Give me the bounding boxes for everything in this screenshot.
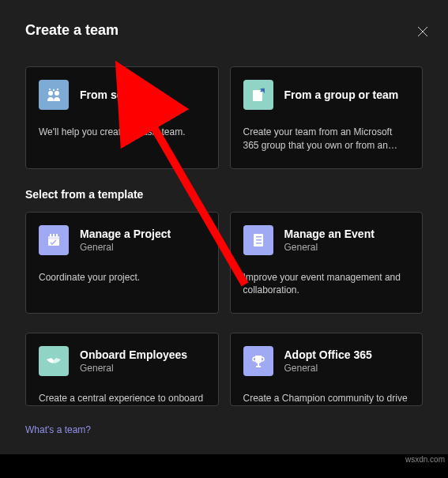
template-manage-event[interactable]: Manage an Event General Improve your eve… xyxy=(230,212,424,314)
card-subtitle: General xyxy=(80,242,171,253)
svg-rect-12 xyxy=(56,234,58,237)
calendar-icon xyxy=(39,225,69,255)
checklist-icon xyxy=(243,225,273,255)
card-title: From a group or team xyxy=(284,88,399,101)
watermark: wsxdn.com xyxy=(405,455,445,464)
svg-rect-14 xyxy=(256,236,262,238)
card-header: From scratch xyxy=(39,80,205,110)
templates-row-1: Manage a Project General Coordinate your… xyxy=(0,212,448,333)
svg-point-4 xyxy=(53,89,55,91)
card-description: Create a central experience to onboard xyxy=(39,392,205,405)
svg-rect-10 xyxy=(50,234,51,237)
people-icon xyxy=(39,80,69,110)
card-title-block: From scratch xyxy=(80,88,150,101)
svg-point-6 xyxy=(57,88,58,90)
svg-rect-17 xyxy=(258,363,259,366)
whats-a-team-link[interactable]: What's a team? xyxy=(25,424,91,435)
svg-rect-16 xyxy=(256,243,262,244)
card-title-block: Adopt Office 365 General xyxy=(284,348,372,374)
card-title: From scratch xyxy=(80,88,150,101)
dialog-title: Create a team xyxy=(25,22,119,39)
card-header: Manage an Event General xyxy=(243,225,410,255)
template-manage-project[interactable]: Manage a Project General Coordinate your… xyxy=(25,212,219,314)
create-team-dialog: Create a team From scratch We'll help yo… xyxy=(0,0,448,454)
card-subtitle: General xyxy=(284,242,375,253)
dialog-header: Create a team xyxy=(0,0,448,66)
card-description: Improve your event management and collab… xyxy=(243,271,410,298)
card-subtitle: General xyxy=(80,363,187,374)
card-title-block: From a group or team xyxy=(284,88,399,101)
card-title: Manage a Project xyxy=(80,228,171,240)
primary-options-row: From scratch We'll help you create a bas… xyxy=(0,66,448,188)
svg-point-3 xyxy=(55,91,59,96)
card-title: Adopt Office 365 xyxy=(284,348,372,361)
card-header: Onboard Employees General xyxy=(39,346,205,376)
close-button[interactable] xyxy=(413,22,432,41)
templates-row-2: Onboard Employees General Create a centr… xyxy=(0,333,448,425)
card-title-block: Manage an Event General xyxy=(284,228,375,253)
svg-point-2 xyxy=(48,91,53,96)
card-title: Manage an Event xyxy=(284,228,375,240)
card-title: Onboard Employees xyxy=(80,348,187,361)
trophy-icon xyxy=(243,346,273,376)
template-onboard-employees[interactable]: Onboard Employees General Create a centr… xyxy=(25,333,219,406)
svg-rect-11 xyxy=(53,234,55,237)
card-header: Adopt Office 365 General xyxy=(243,346,410,376)
card-header: From a group or team xyxy=(243,80,410,110)
group-arrow-icon xyxy=(243,80,273,110)
handshake-icon xyxy=(39,346,69,376)
card-title-block: Onboard Employees General xyxy=(80,348,187,374)
svg-rect-15 xyxy=(256,239,262,241)
template-adopt-office365[interactable]: Adopt Office 365 General Create a Champi… xyxy=(230,333,424,406)
svg-point-5 xyxy=(49,88,51,90)
card-subtitle: General xyxy=(284,363,372,374)
option-from-scratch[interactable]: From scratch We'll help you create a bas… xyxy=(25,66,219,169)
option-from-group[interactable]: From a group or team Create your team fr… xyxy=(230,66,424,169)
svg-rect-18 xyxy=(256,366,261,367)
card-description: Coordinate your project. xyxy=(39,271,205,284)
close-icon xyxy=(417,26,428,37)
card-description: Create a Champion community to drive xyxy=(243,392,410,405)
card-header: Manage a Project General xyxy=(39,225,205,255)
card-title-block: Manage a Project General xyxy=(80,228,171,253)
card-description: We'll help you create a basic team. xyxy=(39,126,205,139)
card-description: Create your team from an Microsoft 365 g… xyxy=(243,126,410,152)
template-section-title: Select from a template xyxy=(0,188,448,212)
